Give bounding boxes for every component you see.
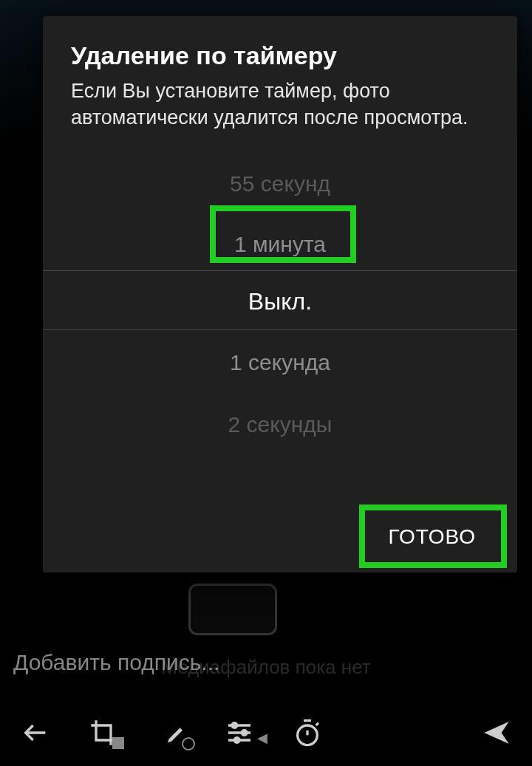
- dialog-description: Если Вы установите таймер, фото автомати…: [71, 78, 489, 131]
- tune-icon[interactable]: ◀: [222, 715, 257, 750]
- svg-point-2: [234, 738, 239, 743]
- picker-divider: [43, 270, 517, 271]
- svg-point-3: [298, 725, 318, 745]
- picker-item[interactable]: 55 секунд: [43, 155, 517, 213]
- send-icon[interactable]: [479, 715, 514, 750]
- picker-item[interactable]: 1 секунда: [43, 334, 517, 391]
- editor-toolbar: ◀: [0, 700, 532, 766]
- picker-item[interactable]: 2 секунды: [43, 396, 517, 454]
- svg-point-1: [242, 731, 247, 736]
- self-destruct-timer-dialog: Удаление по таймеру Если Вы установите т…: [43, 16, 517, 572]
- background-thumbnail: [188, 584, 277, 635]
- caption-placeholder[interactable]: Добавить подпись...: [13, 650, 219, 675]
- timer-icon[interactable]: [290, 715, 325, 750]
- back-icon[interactable]: [18, 715, 53, 750]
- picker-item-selected[interactable]: Выкл.: [43, 273, 517, 331]
- timer-picker[interactable]: 55 секунд 1 минута Выкл. 1 секунда 2 сек…: [43, 152, 517, 502]
- dialog-title: Удаление по таймеру: [71, 41, 489, 70]
- crop-icon[interactable]: [86, 715, 121, 750]
- svg-point-0: [232, 723, 237, 728]
- brush-icon[interactable]: [154, 715, 189, 750]
- done-button[interactable]: ГОТОВО: [373, 512, 491, 562]
- picker-divider: [43, 329, 517, 330]
- picker-item[interactable]: 1 минута: [43, 216, 517, 273]
